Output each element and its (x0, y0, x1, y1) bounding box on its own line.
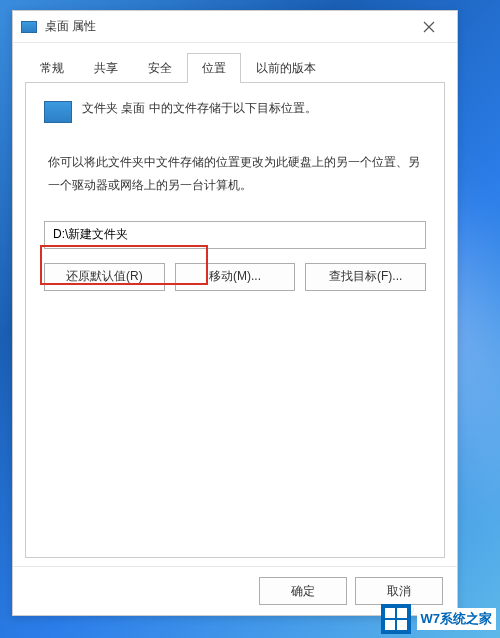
desktop-icon (21, 21, 37, 33)
window-title: 桌面 属性 (45, 18, 409, 35)
watermark-logo-icon (381, 604, 411, 634)
watermark-text: W7系统之家 (417, 608, 497, 630)
titlebar: 桌面 属性 (13, 11, 457, 43)
cancel-button[interactable]: 取消 (355, 577, 443, 605)
tab-location[interactable]: 位置 (187, 53, 241, 83)
close-icon (423, 21, 435, 33)
tab-previous-versions[interactable]: 以前的版本 (241, 53, 331, 83)
properties-dialog: 桌面 属性 常规 共享 安全 位置 以前的版本 文件夹 桌面 中的文件存储于以下… (12, 10, 458, 616)
action-button-row: 还原默认值(R) 移动(M)... 查找目标(F)... (44, 263, 426, 291)
ok-button[interactable]: 确定 (259, 577, 347, 605)
tab-security[interactable]: 安全 (133, 53, 187, 83)
folder-icon (44, 101, 72, 123)
move-button[interactable]: 移动(M)... (175, 263, 296, 291)
path-input[interactable] (44, 221, 426, 249)
description-text: 你可以将此文件夹中文件存储的位置更改为此硬盘上的另一个位置、另一个驱动器或网络上… (48, 151, 426, 197)
close-button[interactable] (409, 13, 449, 41)
tab-sharing[interactable]: 共享 (79, 53, 133, 83)
restore-defaults-button[interactable]: 还原默认值(R) (44, 263, 165, 291)
tab-content: 文件夹 桌面 中的文件存储于以下目标位置。 你可以将此文件夹中文件存储的位置更改… (25, 82, 445, 558)
tab-general[interactable]: 常规 (25, 53, 79, 83)
find-target-button[interactable]: 查找目标(F)... (305, 263, 426, 291)
tab-strip: 常规 共享 安全 位置 以前的版本 (13, 43, 457, 83)
watermark: W7系统之家 (381, 604, 497, 634)
intro-row: 文件夹 桌面 中的文件存储于以下目标位置。 (44, 99, 426, 123)
intro-text: 文件夹 桌面 中的文件存储于以下目标位置。 (82, 99, 426, 118)
